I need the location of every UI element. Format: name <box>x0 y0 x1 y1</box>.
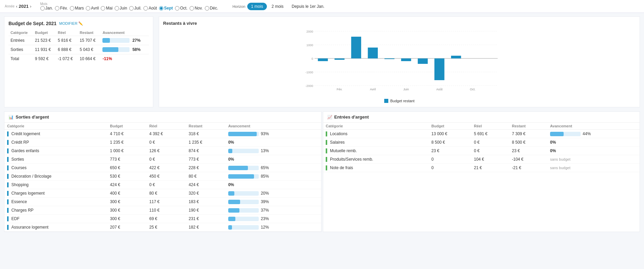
month-Oct[interactable]: Oct. <box>175 6 188 11</box>
chart-title: Restants à vivre <box>163 21 636 26</box>
month-Fév[interactable]: Fév. <box>55 6 67 11</box>
horizon-btn-1[interactable]: 2 mois <box>268 3 287 10</box>
row-icon: ▌ <box>7 182 10 187</box>
budget-restant: 10 664 € <box>78 54 100 64</box>
restants-chart: 200010000-1000-2000Fév.AvrilJuinAoûtOct. <box>163 28 636 96</box>
row-icon: ▌ <box>326 140 329 145</box>
prog-wrap <box>228 208 259 213</box>
bottom-section: 📊 Sorties d'argent Catégorie Budget Réel… <box>4 111 640 232</box>
sorties-header: 📊 Sorties d'argent <box>4 112 321 123</box>
month-Nov[interactable]: Nov. <box>190 6 203 11</box>
next-year-button[interactable]: › <box>30 4 31 9</box>
e-restant: 23 € <box>509 147 547 155</box>
sorties-row: ▌Assurance logement 207 € 25 € 182 € 12% <box>4 223 321 232</box>
horizon-btn-2[interactable]: Depuis le 1er Jan. <box>288 3 328 10</box>
month-Juil[interactable]: Juil. <box>129 6 141 11</box>
e-col-avancement: Avancement <box>547 123 640 130</box>
s-reel: 0 € <box>147 155 186 164</box>
s-avancement: 20% <box>226 189 321 198</box>
month-Déc[interactable]: Déc. <box>205 6 218 11</box>
s-restant: 231 € <box>186 215 226 223</box>
e-reel: 5 691 € <box>471 130 509 138</box>
s-budget: 400 € <box>107 189 147 198</box>
row-icon: ▌ <box>7 174 10 179</box>
col-avancement: Avancement <box>100 30 149 36</box>
modifier-button[interactable]: MODIFIER ✏️ <box>59 21 83 26</box>
row-icon: ▌ <box>7 208 10 213</box>
sorties-scroll[interactable]: Catégorie Budget Réel Restant Avancement… <box>4 123 321 232</box>
s-restant: 874 € <box>186 147 226 155</box>
s-avancement: 93% <box>226 130 321 138</box>
s-avancement: 37% <box>226 206 321 215</box>
pct-label: 12% <box>261 225 269 230</box>
budget-reel: 5 816 € <box>56 36 78 45</box>
e-budget: 23 € <box>429 147 471 155</box>
pencil-icon: ✏️ <box>78 21 83 26</box>
progress-bar-wrap <box>102 38 130 43</box>
pct-label: 0% <box>228 140 234 145</box>
row-icon: ▌ <box>326 131 329 136</box>
pct-label: 20% <box>261 191 269 196</box>
svg-text:Août: Août <box>436 88 443 91</box>
e-restant: -21 € <box>509 164 547 172</box>
col-reel: Réel <box>56 30 78 36</box>
prog-wrap <box>228 200 259 204</box>
row-icon: ▌ <box>326 157 329 162</box>
pct-label: -11% <box>102 56 112 61</box>
svg-text:2000: 2000 <box>306 30 313 33</box>
sorties-row: ▌Crédit logement 4 710 € 4 392 € 318 € 9… <box>4 130 321 138</box>
pct-label: 44% <box>583 131 591 136</box>
entrees-row: ▌Locations 13 000 € 5 691 € 7 309 € 44% <box>323 130 640 138</box>
svg-text:Avril: Avril <box>370 88 376 91</box>
s-col-avancement: Avancement <box>226 123 321 130</box>
s-avancement: 85% <box>226 172 321 181</box>
s-budget: 300 € <box>107 215 147 223</box>
s-reel: 0 € <box>147 138 186 147</box>
budget-table: Catégorie Budget Réel Restant Avancement… <box>8 30 149 63</box>
e-budget: 13 000 € <box>429 130 471 138</box>
prog-fill <box>228 149 232 153</box>
s-cat: ▌EDF <box>4 215 107 223</box>
svg-text:Oct.: Oct. <box>470 88 476 91</box>
bar-Fév. <box>318 58 328 61</box>
s-col-budget: Budget <box>107 123 147 130</box>
month-Mars[interactable]: Mars <box>70 6 84 11</box>
month-Avril[interactable]: Avril <box>86 6 99 11</box>
s-cat: ▌Shopping <box>4 181 107 189</box>
prev-year-button[interactable]: ‹ <box>16 4 17 9</box>
month-Juin[interactable]: Juin <box>115 6 127 11</box>
month-Mai[interactable]: Mai <box>101 6 112 11</box>
months-selector: Jan.Fév.MarsAvrilMaiJuinJuil.AoûtSeptOct… <box>40 6 219 11</box>
prog-fill <box>228 200 240 204</box>
e-reel: 0 € <box>471 147 509 155</box>
svg-text:-1000: -1000 <box>305 71 313 74</box>
pct-label: 58% <box>132 47 140 52</box>
s-cat: ▌Décoration / Bricolage <box>4 172 107 181</box>
row-icon: ▌ <box>7 225 10 230</box>
month-Sept[interactable]: Sept <box>159 6 173 11</box>
budget-avancement-cell: 27% <box>100 36 149 45</box>
pct-label: 0% <box>228 157 234 162</box>
s-restant: 182 € <box>186 223 226 232</box>
s-budget: 530 € <box>107 172 147 181</box>
progress-cell: 39% <box>228 199 318 204</box>
row-icon: ▌ <box>7 131 10 136</box>
s-budget: 773 € <box>107 155 147 164</box>
month-Jan[interactable]: Jan. <box>40 6 53 11</box>
s-avancement: 0% <box>226 181 321 189</box>
horizon-buttons: 1 mois2 moisDepuis le 1er Jan. <box>247 3 328 10</box>
s-avancement: 65% <box>226 164 321 172</box>
s-reel: 422 € <box>147 164 186 172</box>
budget-avancement-cell: 58% <box>100 45 149 54</box>
col-budget: Budget <box>33 30 56 36</box>
prog-wrap <box>228 132 259 136</box>
month-Août[interactable]: Août <box>143 6 157 11</box>
year-display: 2021 <box>19 4 28 9</box>
horizon-btn-0[interactable]: 1 mois <box>247 3 267 10</box>
progress-cell: 20% <box>228 191 318 196</box>
s-restant: 183 € <box>186 198 226 206</box>
progress-cell: 13% <box>228 148 318 153</box>
progress-bar-cell: 27% <box>102 38 147 43</box>
s-budget: 300 € <box>107 198 147 206</box>
chart-section: Restants à vivre 200010000-1000-2000Fév.… <box>159 16 640 107</box>
